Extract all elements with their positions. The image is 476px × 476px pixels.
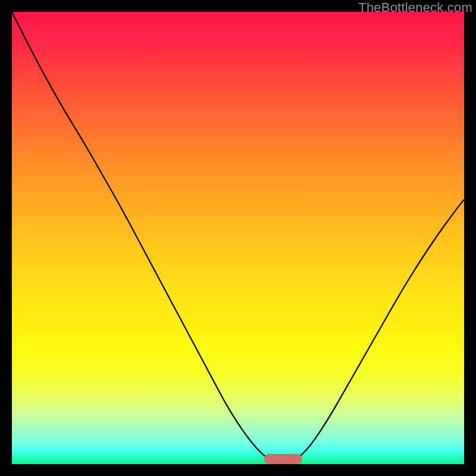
chart-frame: TheBottleneck.com [0, 0, 476, 476]
watermark: TheBottleneck.com [358, 0, 472, 15]
optimal-range-marker [264, 454, 302, 464]
bottleneck-curve [12, 12, 464, 464]
chart-plot-area [12, 12, 464, 464]
